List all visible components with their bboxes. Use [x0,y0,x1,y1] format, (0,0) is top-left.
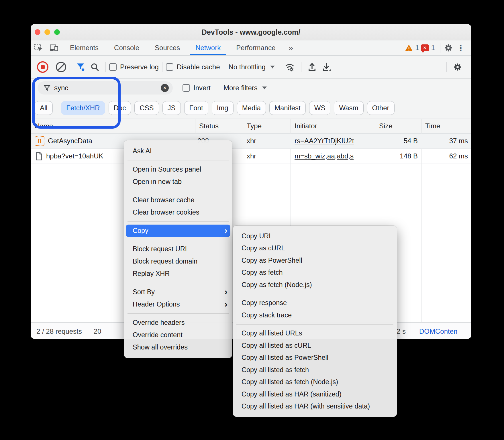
export-har-icon[interactable] [322,62,331,72]
column-header-status[interactable]: Status [195,119,243,133]
type-filter-fetch-xhr[interactable]: Fetch/XHR [61,101,105,115]
record-network-log-button[interactable] [37,61,48,73]
menu-divider [128,240,229,240]
request-time: 62 ms [421,149,468,164]
submenu-item-copy-url[interactable]: Copy URL [233,230,397,242]
column-header-type[interactable]: Type [243,119,291,133]
request-type: xhr [243,133,291,148]
submenu-item-copy-all-listed-as-fetch-nodejs[interactable]: Copy all listed as fetch (Node.js) [233,376,397,388]
submenu-item-copy-response[interactable]: Copy response [233,297,397,309]
menu-item-replay-xhr[interactable]: Replay XHR [124,268,232,280]
menu-item-open-in-new-tab[interactable]: Open in new tab [124,176,232,188]
network-conditions-icon[interactable] [285,62,295,72]
menu-item-sort-by[interactable]: Sort By › [124,286,232,298]
divider [88,327,88,336]
menu-item-header-options[interactable]: Header Options › [124,298,232,311]
column-header-name[interactable]: Name [31,119,195,133]
request-initiator-link[interactable]: rs=AA2YrTtDjKIU2t [295,137,354,145]
divider [57,102,57,114]
tab-network[interactable]: Network [188,40,228,55]
zoom-window-button[interactable] [54,29,60,35]
settings-gear-icon[interactable] [444,43,453,52]
tab-sources[interactable]: Sources [147,40,188,55]
type-filter-manifest[interactable]: Manifest [269,101,306,115]
more-filters-button[interactable]: More filters [223,84,258,92]
filter-input[interactable]: sync ✕ [38,81,173,95]
submenu-item-copy-as-fetch-nodejs[interactable]: Copy as fetch (Node.js) [233,279,397,291]
submenu-item-copy-all-listed-as-har-sensitive[interactable]: Copy all listed as HAR (with sensitive d… [233,400,397,413]
more-tabs-icon[interactable]: » [285,40,297,55]
invert-label: Invert [193,84,211,92]
tab-elements[interactable]: Elements [62,40,106,55]
menu-item-clear-browser-cookies[interactable]: Clear browser cookies [124,206,232,219]
column-header-size[interactable]: Size [375,119,421,133]
menu-item-block-request-domain[interactable]: Block request domain [124,255,232,268]
submenu-item-copy-all-listed-as-powershell[interactable]: Copy all listed as PowerShell [233,352,397,364]
invert-checkbox[interactable] [183,84,190,92]
divider [440,43,440,53]
menu-divider [128,160,229,160]
issues-icon[interactable]: ✕ [421,44,429,51]
menu-item-ask-ai[interactable]: Ask AI [124,145,232,157]
preserve-log-checkbox[interactable] [109,63,117,71]
submenu-item-copy-all-listed-as-fetch[interactable]: Copy all listed as fetch [233,364,397,376]
type-filter-all[interactable]: All [35,101,53,115]
submenu-item-copy-all-listed-as-curl[interactable]: Copy all listed as cURL [233,339,397,352]
menu-divider [236,324,393,325]
menu-item-show-all-overrides[interactable]: Show all overrides [124,341,232,353]
menu-item-copy[interactable]: Copy › [126,225,230,237]
disable-cache-checkbox[interactable] [166,63,173,71]
clear-network-log-button[interactable] [56,62,66,72]
type-filter-font[interactable]: Font [184,101,208,115]
traffic-lights [35,24,60,40]
request-type-filters: All Fetch/XHR Doc CSS JS Font Img Media … [31,97,471,119]
type-filter-js[interactable]: JS [162,101,181,115]
menu-item-override-content[interactable]: Override content [124,329,232,341]
tabbar-right: 1 ✕ 1 ⋮ [405,40,471,55]
copy-submenu: Copy URL Copy as cURL Copy as PowerShell… [233,226,397,417]
menu-item-clear-browser-cache[interactable]: Clear browser cache [124,194,232,206]
submenu-item-copy-as-curl[interactable]: Copy as cURL [233,242,397,255]
column-header-time[interactable]: Time [421,119,471,133]
clear-filter-icon[interactable]: ✕ [161,84,169,92]
type-filter-ws[interactable]: WS [309,101,331,115]
type-filter-wasm[interactable]: Wasm [334,101,363,115]
divider [70,62,70,72]
tab-console[interactable]: Console [106,40,147,55]
close-window-button[interactable] [35,29,40,35]
menu-item-open-in-sources[interactable]: Open in Sources panel [124,163,232,176]
table-row[interactable]: hpba?vet=10ahUK xhr m=sb_wiz,aa,abd,s 14… [31,149,471,164]
request-initiator-link[interactable]: m=sb_wiz,aa,abd,s [295,152,354,160]
divider [217,83,217,93]
tab-performance[interactable]: Performance [228,40,283,55]
type-filter-other[interactable]: Other [367,101,395,115]
submenu-item-copy-all-listed-urls[interactable]: Copy all listed URLs [233,327,397,340]
submenu-item-copy-as-fetch[interactable]: Copy as fetch [233,267,397,279]
type-filter-media[interactable]: Media [237,101,266,115]
kebab-menu-icon[interactable]: ⋮ [453,43,468,53]
type-filter-img[interactable]: Img [212,101,234,115]
menu-item-block-request-url[interactable]: Block request URL [124,243,232,255]
search-icon[interactable] [91,63,99,71]
table-row[interactable]: {} GetAsyncData 200 xhr rs=AA2YrTtDjKIU2… [31,133,471,149]
filter-funnel-icon[interactable] [76,62,85,72]
import-har-icon[interactable] [308,62,316,72]
throttling-select[interactable]: No throttling [228,63,265,71]
type-filter-doc[interactable]: Doc [109,101,131,115]
title-bar: DevTools - www.google.com/ [31,24,471,40]
device-toolbar-icon[interactable] [46,40,62,55]
network-settings-gear-icon[interactable] [453,62,462,72]
submenu-item-copy-stack-trace[interactable]: Copy stack trace [233,309,397,321]
submenu-item-copy-all-listed-as-har-sanitized[interactable]: Copy all listed as HAR (sanitized) [233,388,397,400]
minimize-window-button[interactable] [44,29,50,35]
type-filter-css[interactable]: CSS [134,101,159,115]
menu-item-override-headers[interactable]: Override headers [124,317,232,329]
request-name: GetAsyncData [48,137,92,145]
request-type: xhr [243,149,291,164]
column-header-initiator[interactable]: Initiator [291,119,375,133]
warning-icon[interactable] [405,44,413,52]
inspect-element-icon[interactable] [31,40,46,55]
submenu-item-copy-as-powershell[interactable]: Copy as PowerShell [233,254,397,267]
submenu-chevron-icon: › [224,286,228,297]
requests-table-header: Name Status Type Initiator Size Time [31,119,471,133]
